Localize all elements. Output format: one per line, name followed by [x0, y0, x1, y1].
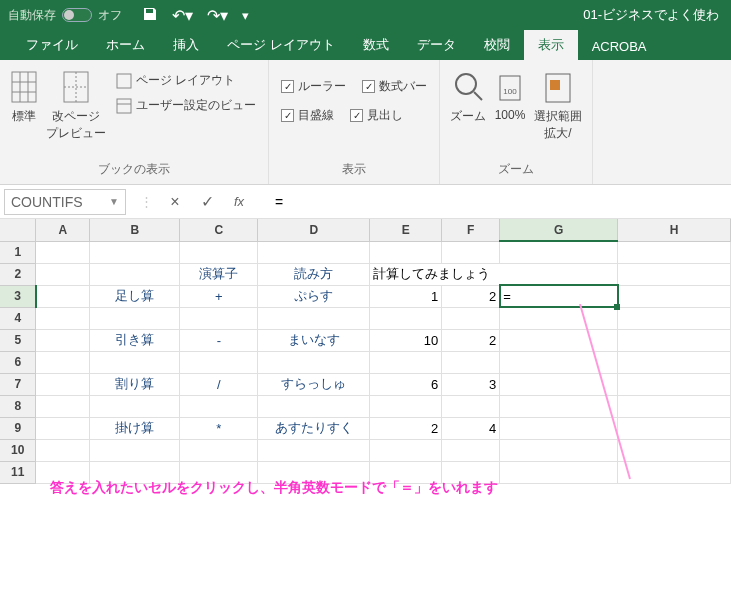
cell[interactable] [258, 241, 370, 263]
insert-function-button[interactable]: fx [229, 194, 249, 209]
row-header[interactable]: 2 [0, 263, 36, 285]
tab-page-layout[interactable]: ページ レイアウト [213, 30, 349, 60]
cell[interactable] [36, 439, 90, 461]
cell[interactable]: ぷらす [258, 285, 370, 307]
cell[interactable]: 2 [370, 417, 442, 439]
row-header[interactable]: 1 [0, 241, 36, 263]
cell[interactable] [500, 461, 618, 483]
zoom-button[interactable]: ズーム [450, 70, 486, 125]
cell[interactable] [618, 351, 731, 373]
column-header[interactable]: A [36, 219, 90, 241]
column-header[interactable]: B [90, 219, 180, 241]
cell[interactable] [370, 351, 442, 373]
cell[interactable] [36, 263, 90, 285]
cell[interactable] [500, 373, 618, 395]
ruler-checkbox[interactable]: ✓ルーラー [279, 76, 348, 97]
cell[interactable]: 4 [442, 417, 500, 439]
cell[interactable] [90, 307, 180, 329]
cell[interactable] [258, 439, 370, 461]
redo-icon[interactable]: ↷▾ [207, 6, 228, 25]
cell[interactable] [500, 439, 618, 461]
spreadsheet-grid[interactable]: ABCDEFGH12演算子読み方計算してみましょう3足し算+ぷらす12=45引き… [0, 219, 731, 484]
name-box[interactable]: COUNTIFS ▼ [4, 189, 126, 215]
cell[interactable] [442, 395, 500, 417]
cell[interactable]: 足し算 [90, 285, 180, 307]
tab-view[interactable]: 表示 [524, 30, 578, 60]
column-header[interactable]: C [180, 219, 258, 241]
column-header[interactable]: D [258, 219, 370, 241]
row-header[interactable]: 6 [0, 351, 36, 373]
row-header[interactable]: 5 [0, 329, 36, 351]
cell[interactable] [500, 329, 618, 351]
cell[interactable]: 2 [442, 285, 500, 307]
column-header[interactable]: G [500, 219, 618, 241]
cell[interactable] [500, 307, 618, 329]
hundred-percent-button[interactable]: 100 100% [494, 70, 526, 122]
cell[interactable]: 引き算 [90, 329, 180, 351]
cell[interactable] [370, 439, 442, 461]
cell[interactable]: / [180, 373, 258, 395]
cell[interactable] [180, 307, 258, 329]
cell[interactable]: - [180, 329, 258, 351]
cell[interactable] [500, 417, 618, 439]
cell[interactable]: 計算してみましょう [370, 263, 618, 285]
cell[interactable] [180, 395, 258, 417]
qat-dropdown-icon[interactable]: ▾ [242, 8, 249, 23]
cell[interactable]: あすたりすく [258, 417, 370, 439]
formula-bar-checkbox[interactable]: ✓数式バー [360, 76, 429, 97]
cell[interactable] [370, 241, 442, 263]
cell[interactable] [370, 307, 442, 329]
row-header[interactable]: 10 [0, 439, 36, 461]
cell[interactable] [500, 351, 618, 373]
row-header[interactable]: 3 [0, 285, 36, 307]
cell[interactable] [36, 285, 90, 307]
page-layout-button[interactable]: ページ レイアウト [114, 70, 258, 91]
row-header[interactable]: 11 [0, 461, 36, 483]
enter-formula-button[interactable]: ✓ [197, 192, 217, 211]
cell[interactable] [36, 307, 90, 329]
cell[interactable]: 掛け算 [90, 417, 180, 439]
column-header[interactable]: E [370, 219, 442, 241]
cell[interactable]: 6 [370, 373, 442, 395]
cell[interactable]: すらっしゅ [258, 373, 370, 395]
cell[interactable] [442, 307, 500, 329]
cell[interactable]: 3 [442, 373, 500, 395]
select-all-button[interactable] [0, 219, 36, 241]
cell[interactable] [618, 241, 731, 263]
cell[interactable]: 2 [442, 329, 500, 351]
cell[interactable] [36, 241, 90, 263]
chevron-down-icon[interactable]: ▼ [109, 196, 119, 207]
cell[interactable] [90, 395, 180, 417]
cell[interactable] [618, 461, 731, 483]
cell[interactable]: 読み方 [258, 263, 370, 285]
column-header[interactable]: F [442, 219, 500, 241]
cell[interactable] [180, 439, 258, 461]
cell[interactable] [500, 241, 618, 263]
cell[interactable] [90, 263, 180, 285]
autosave-toggle[interactable]: 自動保存 オフ [8, 7, 122, 24]
cell[interactable] [618, 329, 731, 351]
cell[interactable] [258, 307, 370, 329]
cell[interactable] [180, 351, 258, 373]
undo-icon[interactable]: ↶▾ [172, 6, 193, 25]
cell[interactable] [618, 395, 731, 417]
cell[interactable]: = [500, 285, 618, 307]
tab-insert[interactable]: 挿入 [159, 30, 213, 60]
custom-views-button[interactable]: ユーザー設定のビュー [114, 95, 258, 116]
cell[interactable] [36, 417, 90, 439]
formula-input[interactable] [269, 190, 731, 214]
column-header[interactable]: H [618, 219, 731, 241]
tab-home[interactable]: ホーム [92, 30, 159, 60]
cell[interactable]: 演算子 [180, 263, 258, 285]
cell[interactable] [36, 351, 90, 373]
cell[interactable]: + [180, 285, 258, 307]
cell[interactable] [618, 307, 731, 329]
row-header[interactable]: 7 [0, 373, 36, 395]
cell[interactable] [618, 373, 731, 395]
cell[interactable]: まいなす [258, 329, 370, 351]
zoom-selection-button[interactable]: 選択範囲 拡大/ [534, 70, 582, 142]
cell[interactable] [500, 395, 618, 417]
row-header[interactable]: 9 [0, 417, 36, 439]
cell[interactable] [90, 439, 180, 461]
cell[interactable]: * [180, 417, 258, 439]
